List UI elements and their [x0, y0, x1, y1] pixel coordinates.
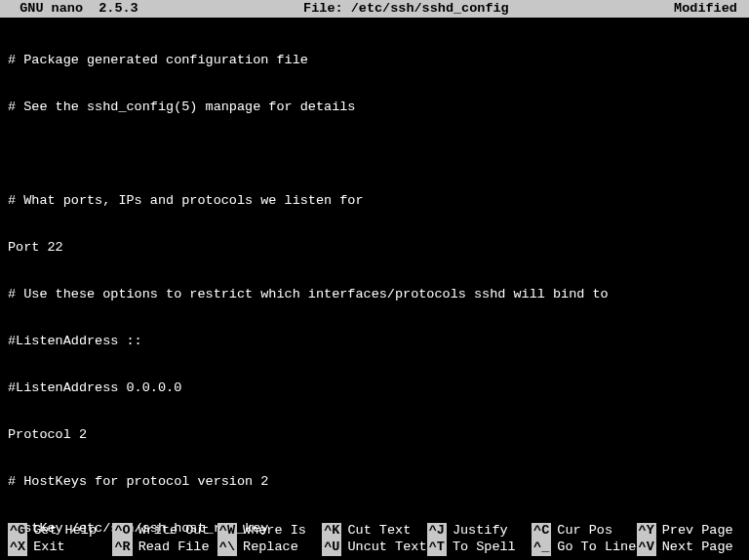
shortcut-where-is[interactable]: ^WWhere Is	[217, 523, 322, 540]
file-line: # What ports, IPs and protocols we liste…	[8, 193, 741, 209]
app-name: GNU nano 2.5.3	[4, 1, 138, 17]
file-line: # Use these options to restrict which in…	[8, 287, 741, 302]
shortcut-write-out[interactable]: ^OWrite Out	[112, 523, 217, 540]
shortcut-prev-page[interactable]: ^YPrev Page	[637, 523, 741, 540]
shortcut-next-page[interactable]: ^VNext Page	[637, 540, 741, 556]
shortcut-justify[interactable]: ^JJustify	[427, 523, 532, 540]
shortcut-row-2: ^XExit ^RRead File ^\Replace ^UUncut Tex…	[8, 540, 741, 556]
shortcut-read-file[interactable]: ^RRead File	[112, 540, 217, 556]
file-line: Port 22	[8, 240, 741, 256]
shortcut-to-spell[interactable]: ^TTo Spell	[427, 540, 532, 556]
shortcut-get-help[interactable]: ^GGet Help	[8, 523, 112, 540]
file-line: #ListenAddress 0.0.0.0	[8, 380, 741, 396]
file-line: # See the sshd_config(5) manpage for det…	[8, 100, 741, 115]
shortcut-replace[interactable]: ^\Replace	[217, 540, 322, 556]
modified-status: Modified	[674, 1, 745, 17]
shortcut-exit[interactable]: ^XExit	[8, 540, 112, 556]
file-line: # HostKeys for protocol version 2	[8, 474, 741, 490]
shortcut-row-1: ^GGet Help ^OWrite Out ^WWhere Is ^KCut …	[8, 523, 741, 540]
shortcut-cur-pos[interactable]: ^CCur Pos	[532, 523, 636, 540]
file-line: Protocol 2	[8, 427, 741, 443]
file-line: #ListenAddress ::	[8, 334, 741, 349]
shortcut-uncut-text[interactable]: ^UUncut Text	[322, 540, 426, 556]
shortcut-cut-text[interactable]: ^KCut Text	[322, 523, 426, 540]
editor-content[interactable]: # Package generated configuration file #…	[0, 18, 749, 560]
file-path: File: /etc/ssh/sshd_config	[138, 1, 674, 17]
shortcut-bar: ^GGet Help ^OWrite Out ^WWhere Is ^KCut …	[0, 523, 749, 560]
shortcut-go-to-line[interactable]: ^_Go To Line	[532, 540, 636, 556]
file-line	[8, 146, 741, 162]
file-line: # Package generated configuration file	[8, 53, 741, 68]
editor-titlebar: GNU nano 2.5.3 File: /etc/ssh/sshd_confi…	[0, 0, 749, 18]
